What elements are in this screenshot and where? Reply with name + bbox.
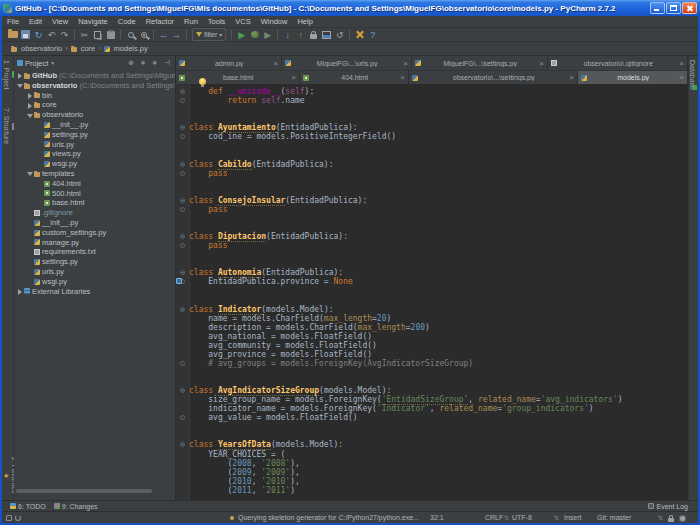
- code-line[interactable]: indicator_name = models.ForeignKey('Indi…: [189, 404, 688, 413]
- collapse-all-icon[interactable]: ⊗: [126, 59, 136, 67]
- code-line[interactable]: [189, 178, 688, 187]
- chevron-down-icon[interactable]: ▼: [50, 60, 55, 66]
- maximize-button[interactable]: [666, 2, 681, 14]
- tree-item[interactable]: urls.py: [14, 267, 175, 277]
- code-line[interactable]: [189, 295, 688, 304]
- tab-models.py[interactable]: models.py×: [578, 71, 688, 84]
- menu-item-tools[interactable]: Tools: [203, 17, 231, 26]
- toolwindow-toggle-icon[interactable]: [6, 515, 12, 521]
- tree-item[interactable]: views.py: [14, 149, 175, 159]
- code-line[interactable]: class ConsejoInsular(EntidadPublica):: [189, 196, 688, 205]
- fold-marker[interactable]: [180, 171, 185, 176]
- code-line[interactable]: [189, 214, 688, 223]
- code-line[interactable]: [189, 114, 688, 123]
- code-line[interactable]: pass: [189, 241, 688, 250]
- code-line[interactable]: description = models.CharField(max_lengt…: [189, 323, 688, 332]
- tree-item[interactable]: wsgi.py: [14, 159, 175, 169]
- filter-settings-icon[interactable]: ∗: [138, 59, 148, 67]
- tree-item[interactable]: observatorio(C:\Documents and Settings\M…: [14, 81, 175, 91]
- tree-item[interactable]: observatorio: [14, 110, 175, 120]
- close-icon[interactable]: ×: [569, 73, 574, 82]
- coverage-icon[interactable]: ▶: [261, 29, 274, 41]
- code-line[interactable]: class Indicator(models.Model):: [189, 305, 688, 314]
- code-line[interactable]: EntidadPublica.province = None: [189, 277, 688, 286]
- code-line[interactable]: return self.name: [189, 96, 688, 105]
- breadcrumb-item-models.py[interactable]: models.py: [101, 44, 151, 53]
- menu-item-edit[interactable]: Edit: [24, 17, 47, 26]
- redo-icon[interactable]: ↷: [58, 29, 71, 41]
- save-icon[interactable]: [19, 29, 32, 41]
- code-line[interactable]: class Autonomia(EntidadPublica):: [189, 268, 688, 277]
- code-line[interactable]: [189, 286, 688, 295]
- fold-marker[interactable]: [180, 198, 185, 203]
- tree-item[interactable]: __init__.py: [14, 218, 175, 228]
- code-line[interactable]: [189, 250, 688, 259]
- tree-item[interactable]: manage.py: [14, 238, 175, 248]
- tree-item[interactable]: core: [14, 100, 175, 110]
- fold-marker[interactable]: [180, 89, 185, 94]
- close-icon[interactable]: ×: [679, 73, 684, 82]
- close-icon[interactable]: ×: [273, 59, 278, 68]
- code-line[interactable]: name = models.CharField(max_length=20): [189, 314, 688, 323]
- filter-dropdown[interactable]: filter▾: [192, 28, 226, 41]
- tree-item[interactable]: settings.py: [14, 130, 175, 140]
- code-line[interactable]: [189, 223, 688, 232]
- code-line[interactable]: (2009, '2009'),: [189, 468, 688, 477]
- inspection-status-icon[interactable]: [692, 85, 697, 90]
- code-line[interactable]: YEAR_CHOICES = (: [189, 450, 688, 459]
- tab-observatorio-.gitignore[interactable]: observatorio\.gitignore×: [548, 56, 688, 70]
- code-line[interactable]: [189, 187, 688, 196]
- tree-item[interactable]: __init__.py: [14, 120, 175, 130]
- help-icon[interactable]: ?: [366, 29, 379, 41]
- code-line[interactable]: avg_value = models.FloatField(): [189, 413, 688, 422]
- code-line[interactable]: class YearsOfData(models.Model):: [189, 440, 688, 449]
- panel-settings-icon[interactable]: ∗: [150, 59, 160, 67]
- tab-miguelfg-...-urls.py[interactable]: MiguelFG\...\urls.py×: [282, 56, 412, 70]
- code-area[interactable]: def __unicode__(self): return self.namec…: [189, 87, 688, 495]
- fold-marker[interactable]: [180, 307, 185, 312]
- code-line[interactable]: [189, 141, 688, 150]
- run-icon[interactable]: ▶: [235, 29, 248, 41]
- close-icon[interactable]: ×: [679, 59, 684, 68]
- menu-item-window[interactable]: Window: [256, 17, 293, 26]
- horizontal-scrollbar[interactable]: [16, 489, 152, 493]
- tree-item[interactable]: settings.py: [14, 257, 175, 267]
- forward-icon[interactable]: →: [170, 29, 183, 41]
- code-line[interactable]: avg_national = models.FloatField(): [189, 332, 688, 341]
- code-line[interactable]: cod_ine = models.PositiveIntegerField(): [189, 132, 688, 141]
- tool-button-event-log[interactable]: Event Log: [648, 503, 688, 510]
- code-line[interactable]: [189, 105, 688, 114]
- code-line[interactable]: pass: [189, 169, 688, 178]
- fold-marker[interactable]: [180, 361, 185, 366]
- tab-observatorio-...-settings.py[interactable]: observatorio\...\settings.py×: [409, 71, 578, 84]
- override-marker-icon[interactable]: [176, 278, 182, 284]
- close-icon[interactable]: ×: [403, 59, 408, 68]
- tree-item[interactable]: base.html: [14, 198, 175, 208]
- fold-marker[interactable]: [180, 207, 185, 212]
- code-line[interactable]: (2008, '2008'),: [189, 459, 688, 468]
- menu-item-view[interactable]: View: [47, 17, 73, 26]
- close-button[interactable]: [682, 2, 697, 14]
- undo-icon[interactable]: ↶: [45, 29, 58, 41]
- chevron-expanded-icon[interactable]: [17, 82, 24, 89]
- open-icon[interactable]: [6, 29, 19, 41]
- update-project-icon[interactable]: ↓: [281, 29, 294, 41]
- tree-item[interactable]: .gitignore: [14, 208, 175, 218]
- tree-item[interactable]: requirements.txt: [14, 247, 175, 257]
- chevron-expanded-icon[interactable]: [27, 170, 34, 177]
- debug-icon[interactable]: [248, 29, 261, 41]
- code-line[interactable]: (2010, '2010'),: [189, 477, 688, 486]
- code-line[interactable]: class Diputacion(EntidadPublica):: [189, 232, 688, 241]
- replace-icon[interactable]: [137, 29, 150, 41]
- tab-admin.py[interactable]: admin.py×: [176, 56, 282, 70]
- chevron-collapsed-icon[interactable]: [27, 92, 34, 99]
- close-icon[interactable]: ×: [539, 59, 544, 68]
- breadcrumb-item-core[interactable]: core: [68, 44, 99, 53]
- changes-icon[interactable]: [320, 29, 333, 41]
- readonly-lock-icon[interactable]: [668, 518, 674, 522]
- menu-item-refactor[interactable]: Refactor: [141, 17, 179, 26]
- tree-item[interactable]: custom_settings.py: [14, 228, 175, 238]
- editor[interactable]: def __unicode__(self): return self.namec…: [176, 84, 688, 500]
- code-line[interactable]: [189, 259, 688, 268]
- menu-item-vcs[interactable]: VCS: [230, 17, 255, 26]
